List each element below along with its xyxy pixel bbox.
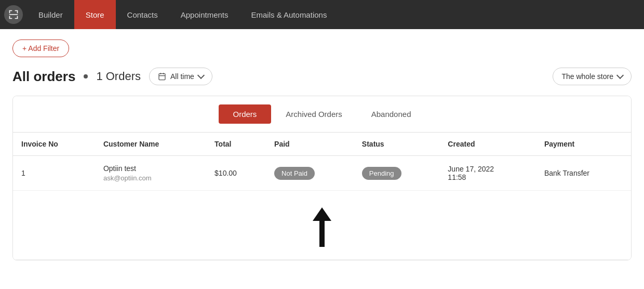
tab-bar: Orders Archived Orders Abandoned (13, 96, 631, 133)
arrow-container (21, 199, 623, 251)
status-badge: Pending (362, 167, 401, 180)
col-created: Created (439, 133, 536, 156)
nav-item-emails-automations[interactable]: Emails & Automations (240, 0, 339, 29)
nav-item-store[interactable]: Store (74, 0, 116, 29)
up-arrow (313, 207, 331, 247)
col-paid: Paid (266, 133, 354, 156)
orders-dot (84, 74, 88, 78)
cell-status: Pending (354, 156, 440, 191)
add-filter-button[interactable]: + Add Filter (12, 40, 69, 57)
col-status: Status (354, 133, 440, 156)
table-row[interactable]: 1 Optiin test ask@optiin.com $10.00 Not … (13, 156, 631, 191)
customer-email: ask@optiin.com (103, 174, 198, 182)
created-date: June 17, 2022 (448, 165, 528, 173)
store-filter-label: The whole store (561, 72, 613, 81)
tab-orders[interactable]: Orders (219, 104, 272, 124)
svg-rect-0 (159, 74, 165, 80)
col-customer-name: Customer Name (95, 133, 206, 156)
created-time: 11:58 (448, 173, 528, 181)
col-payment: Payment (536, 133, 631, 156)
orders-count: 1 Orders (96, 70, 141, 83)
orders-header: All orders 1 Orders All time The whole s… (12, 68, 632, 85)
col-total: Total (206, 133, 266, 156)
time-filter-button[interactable]: All time (149, 68, 212, 85)
paid-status-badge: Not Paid (274, 167, 315, 180)
orders-table-container: Orders Archived Orders Abandoned Invoice… (12, 96, 632, 260)
arrow-cell (13, 191, 631, 260)
chevron-down-icon (197, 72, 205, 79)
calendar-icon (158, 72, 166, 81)
orders-title: All orders (12, 69, 75, 85)
table-header-row: Invoice No Customer Name Total Paid Stat… (13, 133, 631, 156)
orders-table: Invoice No Customer Name Total Paid Stat… (13, 133, 631, 260)
chevron-down-icon-2 (616, 72, 624, 79)
customer-name: Optiin test (103, 164, 198, 173)
cell-total: $10.00 (206, 156, 266, 191)
cell-customer: Optiin test ask@optiin.com (95, 156, 206, 191)
switch-button[interactable] (4, 5, 23, 24)
nav-item-appointments[interactable]: Appointments (169, 0, 240, 29)
nav-items: Builder Store Contacts Appointments Emai… (27, 0, 338, 29)
arrow-head (313, 207, 331, 221)
store-filter-button[interactable]: The whole store (553, 68, 632, 85)
time-filter-label: All time (170, 72, 194, 81)
arrow-shaft (319, 221, 325, 247)
tab-abandoned[interactable]: Abandoned (357, 104, 426, 124)
nav-item-contacts[interactable]: Contacts (116, 0, 169, 29)
arrow-row (13, 191, 631, 260)
cell-invoice-no: 1 (13, 156, 95, 191)
tab-archived-orders[interactable]: Archived Orders (271, 104, 356, 124)
cell-payment: Bank Transfer (536, 156, 631, 191)
cell-created: June 17, 2022 11:58 (439, 156, 536, 191)
navbar: Builder Store Contacts Appointments Emai… (0, 0, 644, 29)
col-invoice-no: Invoice No (13, 133, 95, 156)
cell-paid: Not Paid (266, 156, 354, 191)
main-content: + Add Filter All orders 1 Orders All tim… (0, 29, 644, 289)
nav-item-builder[interactable]: Builder (27, 0, 74, 29)
switch-icon (8, 9, 19, 20)
add-filter-label: + Add Filter (22, 44, 59, 52)
